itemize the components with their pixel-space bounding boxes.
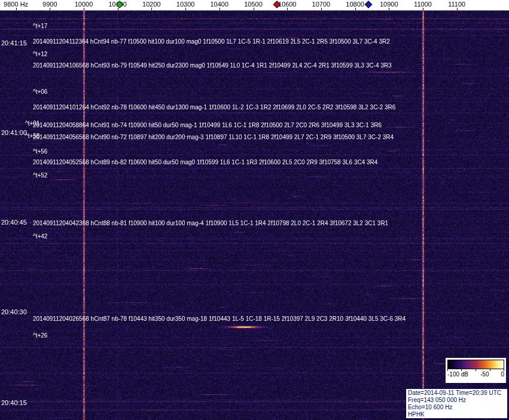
ruler-tick [321,8,322,10]
frequency-tick-label: 10300 [176,1,195,8]
colorbar-legend: -100 dB -50 0 [446,358,506,383]
frequency-tick-label: 10200 [142,1,161,8]
ruler-tick [185,8,186,10]
ruler-tick [220,8,220,10]
ruler-tick [16,8,17,10]
ruler-tick [287,8,288,10]
info-date-time: Date=2014-09-11 Time=20:39 UTC [408,390,505,397]
ruler-tick [84,8,84,10]
frequency-tick-label: 9800 Hz [4,1,28,8]
ruler-tick [389,8,389,10]
spectrogram-window: 9800 Hz990010000101001020010300104001050… [0,0,509,420]
ruler-tick [254,8,254,10]
colorbar-label-min: -100 dB [447,371,468,378]
frequency-tick-label: 10400 [211,1,229,8]
colorbar-label-max: 0 [501,371,504,378]
frequency-tick-label: 11100 [448,1,465,8]
frequency-tick-label: 10000 [75,1,93,8]
info-echo: Echo=10 600 Hz [408,404,505,411]
colorbar-label-mid: -50 [480,371,489,378]
status-info-box: Date=2014-09-11 Time=20:39 UTC Freq=143 … [406,388,508,419]
info-station: HPHK [408,411,505,418]
colorbar-ticks [447,369,504,371]
frequency-tick-label: 11000 [414,1,432,8]
ruler-tick [50,8,50,10]
spectrogram-canvas[interactable] [0,11,509,420]
ruler-tick [118,8,118,10]
ruler-tick [457,8,458,10]
frequency-tick-label: 10700 [312,1,331,8]
frequency-tick-label: 9900 [42,1,57,8]
frequency-tick-label: 10900 [380,1,398,8]
ruler-tick [151,8,152,10]
ruler-tick [355,8,356,10]
ruler-tick [423,8,423,10]
frequency-tick-label: 10500 [244,1,263,8]
frequency-tick-label: 10800 [346,1,364,8]
blue-frequency-marker-icon[interactable] [365,1,373,8]
colorbar-gradient [447,360,504,369]
info-frequency: Freq=143 050 000 Hz [408,397,505,404]
frequency-ruler: 9800 Hz990010000101001020010300104001050… [0,0,509,11]
